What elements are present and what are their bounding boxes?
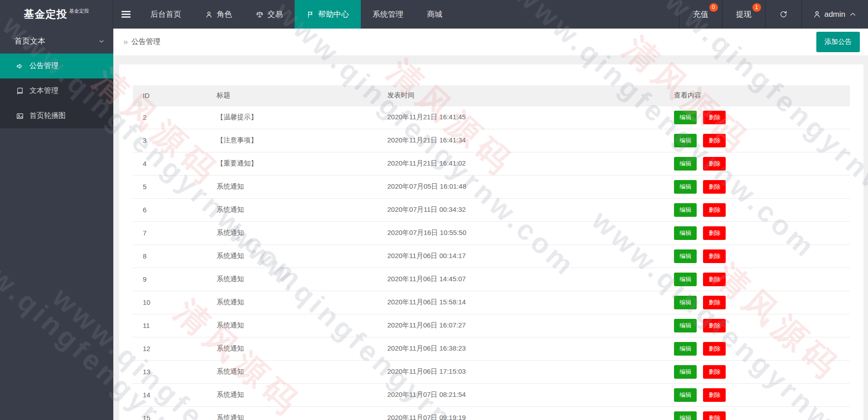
row-id: 9 [133, 268, 207, 291]
add-announcement-button[interactable]: 添加公告 [816, 32, 860, 52]
edit-button[interactable]: 编辑 [674, 249, 697, 263]
nav-item-dashboard[interactable]: 后台首页 [139, 0, 193, 29]
delete-button[interactable]: 删除 [703, 203, 726, 217]
row-date: 2020年11月21日 16:41:45 [377, 106, 664, 129]
row-date: 2020年11月06日 00:14:17 [377, 244, 664, 268]
row-date: 2020年07月11日 00:34:32 [377, 198, 664, 221]
delete-button[interactable]: 删除 [703, 319, 726, 332]
sidebar-group-label: 首页文本 [15, 36, 45, 46]
table-row: 10 系统通知 2020年11月06日 15:58:14 编辑 删除 [133, 291, 850, 314]
flag-icon [306, 10, 315, 19]
edit-button[interactable]: 编辑 [674, 203, 697, 217]
row-id: 15 [133, 406, 207, 420]
table-row: 7 系统通知 2020年07月16日 10:55:50 编辑 删除 [133, 221, 850, 244]
edit-button[interactable]: 编辑 [674, 342, 697, 356]
row-title: 系统通知 [207, 360, 378, 383]
row-title: 系统通知 [207, 314, 378, 337]
delete-button[interactable]: 删除 [703, 249, 726, 263]
nav-label: 商城 [427, 9, 442, 20]
nav-item-trade[interactable]: 交易 [244, 0, 295, 29]
row-date: 2020年11月07日 08:21:54 [377, 383, 664, 406]
delete-button[interactable]: 删除 [703, 273, 726, 286]
announcement-card: ID 标题 发表时间 查看内容 2 【温馨提示】 2020年11月21日 16:… [119, 64, 863, 420]
breadcrumb-bar: » 公告管理 添加公告 [113, 29, 868, 55]
sidebar-item-text-manage[interactable]: 文本管理 [0, 78, 113, 103]
table-row: 14 系统通知 2020年11月07日 08:21:54 编辑 删除 [133, 383, 850, 406]
user-menu[interactable]: admin [801, 0, 868, 29]
announcement-table-body: 2 【温馨提示】 2020年11月21日 16:41:45 编辑 删除 3 【注… [133, 106, 850, 420]
edit-button[interactable]: 编辑 [674, 296, 697, 309]
edit-button[interactable]: 编辑 [674, 273, 697, 286]
table-row: 6 系统通知 2020年07月11日 00:34:32 编辑 删除 [133, 198, 850, 221]
sidebar-group-home-text[interactable]: 首页文本 [0, 29, 113, 54]
user-icon [205, 10, 213, 19]
edit-button[interactable]: 编辑 [674, 111, 697, 124]
delete-button[interactable]: 删除 [703, 296, 726, 309]
user-icon [813, 10, 821, 19]
app-subtitle: 基金定投 [69, 8, 89, 15]
withdraw-badge: 1 [752, 3, 761, 12]
row-id: 10 [133, 291, 207, 314]
row-id: 2 [133, 106, 207, 129]
nav-item-mall[interactable]: 商城 [415, 0, 454, 29]
main-content: » 公告管理 添加公告 ID 标题 发表时间 查看内容 2 【温馨提示】 202… [113, 29, 868, 420]
edit-button[interactable]: 编辑 [674, 226, 697, 240]
nav-item-help-center[interactable]: 帮助中心 [295, 0, 361, 29]
delete-button[interactable]: 删除 [703, 180, 726, 194]
row-date: 2020年11月06日 15:58:14 [377, 291, 664, 314]
table-row: 13 系统通知 2020年11月06日 17:15:03 编辑 删除 [133, 360, 850, 383]
row-date: 2020年11月06日 14:45:07 [377, 268, 664, 291]
delete-button[interactable]: 删除 [703, 342, 726, 356]
image-icon [16, 112, 24, 120]
breadcrumb: » 公告管理 [123, 37, 160, 47]
table-row: 3 【注意事项】 2020年11月21日 16:41:34 编辑 删除 [133, 129, 850, 152]
edit-button[interactable]: 编辑 [674, 388, 697, 402]
delete-button[interactable]: 删除 [703, 111, 726, 124]
sidebar-item-announcements[interactable]: 公告管理 [0, 54, 113, 78]
row-title: 系统通知 [207, 244, 378, 268]
row-title: 系统通知 [207, 198, 378, 221]
nav-item-roles[interactable]: 角色 [193, 0, 244, 29]
recharge-button[interactable]: 充值 0 [679, 0, 722, 29]
row-title: 系统通知 [207, 268, 378, 291]
row-actions: 编辑 删除 [664, 244, 850, 268]
username: admin [824, 10, 845, 19]
nav-label: 后台首页 [150, 9, 181, 20]
sidebar-item-home-carousel[interactable]: 首页轮播图 [0, 103, 113, 128]
scales-icon [256, 10, 264, 19]
row-date: 2020年11月06日 16:07:27 [377, 314, 664, 337]
refresh-button[interactable] [765, 0, 801, 29]
table-row: 4 【重要通知】 2020年11月21日 16:41:02 编辑 删除 [133, 152, 850, 175]
sidebar-item-label: 首页轮播图 [29, 111, 66, 121]
row-title: 【温馨提示】 [207, 106, 378, 129]
row-date: 2020年07月16日 10:55:50 [377, 221, 664, 244]
sidebar: 首页文本 公告管理 文本管理 首页轮播图 [0, 29, 113, 420]
nav-item-system[interactable]: 系统管理 [361, 0, 415, 29]
row-actions: 编辑 删除 [664, 152, 850, 175]
delete-button[interactable]: 删除 [703, 411, 726, 420]
delete-button[interactable]: 删除 [703, 388, 726, 402]
delete-button[interactable]: 删除 [703, 157, 726, 171]
menu-toggle-button[interactable] [113, 0, 139, 29]
recharge-label: 充值 [693, 9, 708, 20]
sidebar-item-label: 公告管理 [29, 61, 58, 71]
edit-button[interactable]: 编辑 [674, 365, 697, 379]
delete-button[interactable]: 删除 [703, 365, 726, 379]
row-actions: 编辑 删除 [664, 268, 850, 291]
table-row: 15 系统通知 2020年11月07日 09:19:19 编辑 删除 [133, 406, 850, 420]
nav-label: 系统管理 [373, 9, 403, 20]
delete-button[interactable]: 删除 [703, 226, 726, 240]
edit-button[interactable]: 编辑 [674, 180, 697, 194]
delete-button[interactable]: 删除 [703, 134, 726, 147]
edit-button[interactable]: 编辑 [674, 319, 697, 332]
row-actions: 编辑 删除 [664, 314, 850, 337]
row-title: 系统通知 [207, 291, 378, 314]
withdraw-label: 提现 [736, 9, 752, 20]
table-row: 12 系统通知 2020年11月06日 16:38:23 编辑 删除 [133, 337, 850, 360]
edit-button[interactable]: 编辑 [674, 157, 697, 171]
edit-button[interactable]: 编辑 [674, 411, 697, 420]
edit-button[interactable]: 编辑 [674, 134, 697, 147]
row-actions: 编辑 删除 [664, 383, 850, 406]
withdraw-button[interactable]: 提现 1 [722, 0, 765, 29]
row-actions: 编辑 删除 [664, 221, 850, 244]
